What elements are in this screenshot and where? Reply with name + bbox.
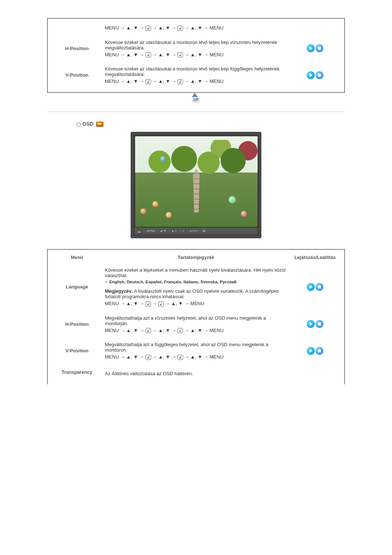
image-menu-table: MENU → ▲, ▼ → ↲ → ▲, ▼ → ↲ → ▲, ▼ → MENU… (47, 18, 345, 93)
note-label: Megjegyzés: (105, 288, 133, 294)
row-label-language: Language (51, 263, 103, 311)
osd-vpos-desc: Megváltoztathatja azt a függőleges helyz… (105, 342, 287, 353)
stop-icon[interactable] (315, 71, 323, 79)
hpos-description: Kövesse ezeket az utasításokat a monitor… (105, 40, 287, 50)
header-content: Tartalomjegyzék (103, 252, 289, 263)
row-label-transparency: Transparency (51, 364, 103, 381)
header-menu: Menü (51, 252, 103, 263)
monitor-buttons: ▂ MENU ▲/▼ ▲/☼ ↵ AUTO ⏻ (135, 227, 257, 234)
row-label-vposition: V-Position (51, 337, 103, 364)
row-label-hposition: H-Position (51, 35, 103, 62)
osd-hpos-desc: Megváltoztathatja azt a vízszintes helyz… (105, 315, 287, 326)
row-label-hposition: H-Position (51, 311, 103, 338)
nav-sequence: MENU → ▲, ▼ → ↲ → ↲ → ▲, ▼ → MENU (105, 301, 287, 307)
language-desc: Kövesse ezeket a lépéseket a menuben has… (105, 267, 287, 278)
monitor-illustration: ▂ MENU ▲/▼ ▲/☼ ↵ AUTO ⏻ (131, 132, 261, 238)
section-title-osd: ◯OSD (76, 121, 345, 127)
nav-sequence: MENU → ▲, ▼ → ↲ → ▲, ▼ → ↲ → ▲, ▼ → MENU (105, 328, 287, 333)
nav-sequence: MENU → ▲, ▼ → ↲ → ▲, ▼ → ↲ → ▲, ▼ → MENU (105, 354, 287, 360)
play-icon[interactable] (307, 283, 315, 291)
play-icon[interactable] (307, 347, 315, 355)
vpos-description: Kövesse ezeket az utasításokat a monitor… (105, 66, 287, 77)
nav-sequence: MENU → ▲, ▼ → ↲ → ▲, ▼ → ↲ → ▲, ▼ → MENU (105, 78, 287, 84)
stop-icon[interactable] (315, 320, 323, 328)
stop-icon[interactable] (315, 44, 323, 52)
play-icon[interactable] (307, 44, 315, 52)
stop-icon[interactable] (315, 347, 323, 355)
header-play: Lejátszás/Leállítás (289, 252, 341, 263)
language-list: English, Deutsch, Español, Français, Ita… (105, 280, 287, 284)
osd-icon (96, 122, 103, 127)
play-icon[interactable] (307, 71, 315, 79)
play-icon[interactable] (307, 320, 315, 328)
nav-sequence: MENU → ▲, ▼ → ↲ → ▲, ▼ → ↲ → ▲, ▼ → MENU (105, 25, 287, 31)
stop-icon[interactable] (315, 283, 323, 291)
transparency-desc: Az Áttlűnés változtatása az OSD hátterén… (105, 371, 287, 376)
row-label-vposition: V-Position (51, 62, 103, 89)
divider (47, 112, 345, 112)
osd-menu-table: Menü Tartalomjegyzék Lejátszás/Leállítás… (47, 249, 345, 384)
up-link[interactable]: UP (192, 96, 200, 102)
nav-sequence: MENU → ▲, ▼ → ↲ → ▲, ▼ → ↲ → ▲, ▼ → MENU (105, 52, 287, 58)
